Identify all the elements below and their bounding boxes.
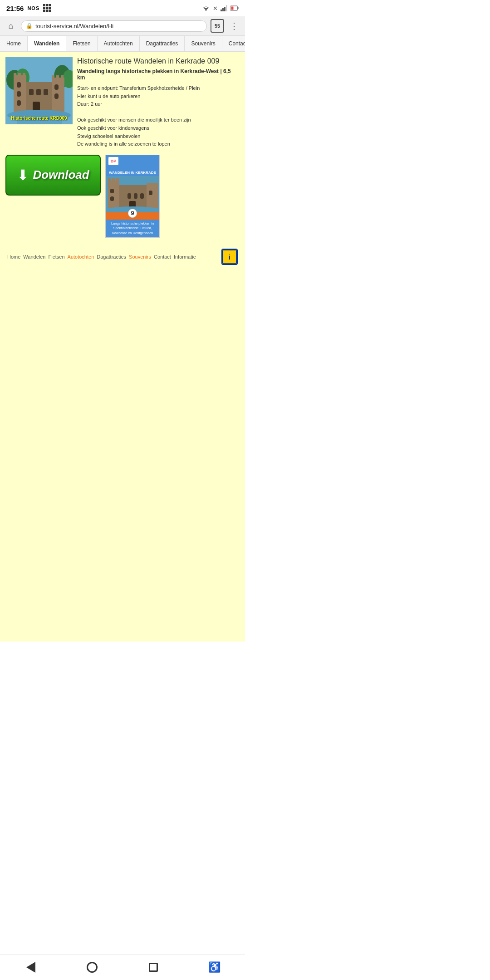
wifi-icon bbox=[202, 5, 210, 11]
status-bar: 21:56 NOS ✕ bbox=[0, 0, 245, 16]
footer-link-wandelen[interactable]: Wandelen bbox=[23, 254, 45, 260]
svg-rect-20 bbox=[56, 75, 59, 80]
svg-rect-22 bbox=[17, 82, 21, 88]
route-image-label: Historische route KRD009 bbox=[5, 116, 73, 121]
svg-rect-40 bbox=[110, 189, 114, 193]
lock-icon: 🔒 bbox=[26, 23, 33, 29]
signal-icon bbox=[220, 5, 228, 11]
brochure-number-section: 9 bbox=[106, 212, 159, 220]
svg-rect-15 bbox=[14, 73, 16, 78]
svg-rect-6 bbox=[238, 7, 239, 10]
svg-rect-17 bbox=[23, 73, 25, 78]
bp-logo: BP bbox=[108, 157, 118, 165]
svg-rect-42 bbox=[127, 193, 131, 199]
footer-link-informatie[interactable]: Informatie bbox=[174, 254, 196, 260]
svg-rect-43 bbox=[134, 193, 137, 199]
svg-rect-26 bbox=[54, 93, 59, 99]
footer-links: Home Wandelen Fietsen Autotochten Dagatt… bbox=[7, 254, 196, 260]
svg-rect-7 bbox=[231, 7, 234, 10]
empty-space bbox=[0, 369, 245, 642]
route-title: Historische route Wandelen in Kerkrade 0… bbox=[77, 57, 240, 65]
status-left: 21:56 NOS bbox=[6, 4, 51, 12]
tabs-button[interactable]: 55 bbox=[211, 19, 224, 33]
svg-rect-2 bbox=[222, 8, 224, 11]
footer-link-fietsen[interactable]: Fietsen bbox=[48, 254, 64, 260]
svg-rect-35 bbox=[108, 181, 119, 208]
svg-rect-37 bbox=[108, 178, 111, 183]
svg-text:i: i bbox=[229, 254, 230, 261]
home-button[interactable]: ⌂ bbox=[5, 20, 17, 32]
brochure-image bbox=[106, 176, 159, 212]
svg-rect-3 bbox=[224, 7, 225, 11]
status-right: ✕ bbox=[202, 5, 239, 12]
svg-rect-41 bbox=[110, 196, 114, 201]
svg-rect-23 bbox=[17, 91, 21, 97]
nav-bar: Home Wandelen Fietsen Autotochten Dagatt… bbox=[0, 36, 245, 52]
nav-item-wandelen[interactable]: Wandelen bbox=[28, 36, 66, 51]
battery-icon bbox=[230, 5, 239, 11]
svg-rect-1 bbox=[220, 10, 222, 11]
route-image: Historische route KRD009 bbox=[5, 57, 73, 124]
svg-rect-38 bbox=[112, 178, 115, 183]
menu-button[interactable]: ⋮ bbox=[228, 20, 240, 31]
x-icon: ✕ bbox=[213, 5, 218, 12]
route-details: Start- en eindpunt: Transferium Spekholz… bbox=[77, 84, 240, 148]
nos-grid-icon bbox=[43, 4, 51, 12]
svg-rect-44 bbox=[140, 193, 144, 199]
svg-point-0 bbox=[206, 10, 206, 11]
svg-rect-36 bbox=[147, 183, 158, 208]
nav-item-autotochten[interactable]: Autotochten bbox=[98, 36, 140, 51]
svg-rect-16 bbox=[18, 73, 21, 78]
brochure-title: WANDELEN IN KERKRADE bbox=[106, 167, 159, 176]
svg-rect-45 bbox=[149, 191, 152, 195]
footer-link-home[interactable]: Home bbox=[7, 254, 20, 260]
nav-item-fietsen[interactable]: Fietsen bbox=[66, 36, 97, 51]
svg-rect-29 bbox=[44, 89, 48, 95]
brochure-header: BP bbox=[106, 155, 159, 167]
svg-rect-39 bbox=[116, 178, 119, 183]
footer-nav: Home Wandelen Fietsen Autotochten Dagatt… bbox=[5, 244, 240, 270]
url-text: tourist-service.nl/Wandelen/Hi bbox=[35, 23, 202, 29]
footer-link-dagattracties[interactable]: Dagattracties bbox=[97, 254, 126, 260]
svg-rect-25 bbox=[54, 84, 59, 90]
download-row: ⬇ Download BP WANDELEN IN KERKRADE bbox=[5, 155, 240, 238]
nav-item-contact[interactable]: Contact bbox=[222, 36, 245, 51]
time: 21:56 bbox=[6, 5, 24, 12]
download-arrow-icon: ⬇ bbox=[17, 167, 29, 184]
address-bar[interactable]: 🔒 tourist-service.nl/Wandelen/Hi bbox=[21, 20, 207, 32]
route-section: Historische route KRD009 Historische rou… bbox=[5, 57, 240, 148]
nav-item-dagattracties[interactable]: Dagattracties bbox=[140, 36, 185, 51]
footer-link-souvenirs[interactable]: Souvenirs bbox=[129, 254, 151, 260]
svg-rect-4 bbox=[226, 5, 227, 11]
nav-item-home[interactable]: Home bbox=[0, 36, 28, 51]
nav-item-souvenirs[interactable]: Souvenirs bbox=[185, 36, 222, 51]
footer-link-contact[interactable]: Contact bbox=[154, 254, 171, 260]
brochure-number: 9 bbox=[128, 209, 137, 218]
svg-rect-28 bbox=[36, 89, 41, 95]
footer-link-autotochten[interactable]: Autotochten bbox=[68, 254, 94, 260]
page-content: Historische route KRD009 Historische rou… bbox=[0, 52, 245, 369]
brochure-description: Langs historische plekken in Spekholzerh… bbox=[106, 220, 159, 238]
svg-rect-21 bbox=[61, 75, 64, 80]
svg-rect-27 bbox=[29, 89, 34, 95]
brochure-cover[interactable]: BP WANDELEN IN KERKRADE bbox=[105, 155, 160, 238]
route-info: Historische route Wandelen in Kerkrade 0… bbox=[77, 57, 240, 148]
browser-bar: ⌂ 🔒 tourist-service.nl/Wandelen/Hi 55 ⋮ bbox=[0, 16, 245, 36]
route-subtitle: Wandeling langs historische plekken in K… bbox=[77, 68, 240, 81]
carrier-label: NOS bbox=[27, 5, 39, 11]
svg-rect-24 bbox=[17, 100, 21, 106]
download-label: Download bbox=[33, 168, 89, 182]
tourist-service-logo: i bbox=[221, 249, 238, 265]
svg-rect-19 bbox=[52, 75, 54, 80]
download-button[interactable]: ⬇ Download bbox=[5, 155, 101, 196]
